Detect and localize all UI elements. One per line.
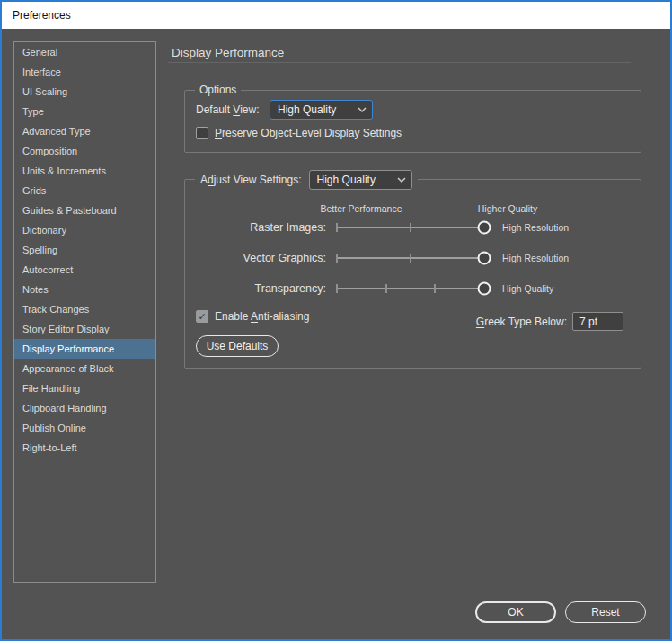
sidebar-item-appearance-of-black[interactable]: Appearance of Black: [14, 359, 155, 378]
main-panel: Display Performance Options Default View…: [158, 31, 670, 639]
adjust-view-settings-label: Adjust View Settings:: [200, 174, 302, 186]
vector-graphics-label: Vector Graphics:: [243, 252, 326, 264]
sidebar-item-file-handling[interactable]: File Handling: [14, 378, 155, 398]
page-title: Display Performance: [172, 46, 284, 59]
slider-knob[interactable]: [478, 221, 491, 235]
reset-button[interactable]: Reset: [565, 601, 646, 623]
sidebar-item-grids[interactable]: Grids: [14, 181, 155, 200]
sidebar-item-advanced-type[interactable]: Advanced Type: [14, 121, 155, 141]
enable-antialiasing-checkbox[interactable]: ✓: [196, 310, 208, 323]
sidebar-item-publish-online[interactable]: Publish Online: [14, 418, 155, 438]
use-defaults-button[interactable]: Use Defaults: [196, 335, 279, 357]
default-view-label: Default View:: [196, 103, 260, 116]
vector-graphics-value: High Resolution: [502, 253, 569, 263]
raster-images-row: Raster Images: High Resolution: [185, 218, 641, 237]
raster-images-label: Raster Images:: [250, 221, 326, 234]
better-performance-column-label: Better Performance: [320, 203, 402, 214]
vector-graphics-slider[interactable]: [337, 248, 484, 268]
raster-images-slider[interactable]: [337, 218, 484, 237]
adjust-view-settings-legend: Adjust View Settings: High Quality: [195, 170, 418, 190]
sidebar-item-composition[interactable]: Composition: [14, 141, 155, 161]
sidebar-item-spelling[interactable]: Spelling: [14, 240, 155, 260]
vector-graphics-row: Vector Graphics: High Resolution: [185, 248, 641, 268]
slider-tick: [336, 254, 338, 263]
sidebar-item-dictionary[interactable]: Dictionary: [14, 220, 155, 240]
preferences-dialog: Preferences GeneralInterfaceUI ScalingTy…: [0, 0, 672, 641]
greek-type-below-input[interactable]: 7 pt: [572, 312, 623, 331]
chevron-down-icon: [358, 107, 367, 113]
enable-antialiasing-row: ✓ Enable Anti-aliasing: [196, 310, 309, 323]
slider-tick: [385, 284, 387, 293]
window-title: Preferences: [13, 9, 71, 22]
transparency-label: Transparency:: [255, 282, 326, 295]
preferences-category-list: GeneralInterfaceUI ScalingTypeAdvanced T…: [13, 41, 156, 583]
titlebar[interactable]: Preferences: [2, 2, 670, 29]
sidebar-item-interface[interactable]: Interface: [14, 62, 155, 82]
transparency-value: High Quality: [502, 283, 553, 294]
raster-images-value: High Resolution: [502, 222, 569, 233]
sidebar-item-right-to-left[interactable]: Right-to-Left: [14, 438, 155, 458]
options-group: Options Default View: High Quality Prese…: [184, 90, 641, 153]
default-view-dropdown[interactable]: High Quality: [270, 100, 373, 120]
sidebar-item-autocorrect[interactable]: Autocorrect: [14, 260, 155, 280]
options-group-legend: Options: [195, 84, 241, 96]
slider-tick: [434, 284, 436, 293]
sidebar-item-story-editor-display[interactable]: Story Editor Display: [14, 319, 155, 339]
default-view-value: High Quality: [278, 103, 336, 116]
title-divider: [168, 62, 631, 63]
sidebar-item-units-increments[interactable]: Units & Increments: [14, 161, 155, 181]
adjust-view-settings-dropdown[interactable]: High Quality: [309, 170, 412, 190]
higher-quality-column-label: Higher Quality: [478, 203, 538, 214]
sidebar-item-clipboard-handling[interactable]: Clipboard Handling: [14, 398, 155, 418]
sidebar-item-ui-scaling[interactable]: UI Scaling: [14, 82, 155, 102]
sidebar-item-general[interactable]: General: [14, 42, 155, 62]
sidebar-item-type[interactable]: Type: [14, 102, 155, 121]
slider-tick: [336, 284, 338, 293]
preserve-display-settings-label: Preserve Object-Level Display Settings: [215, 127, 402, 139]
chevron-down-icon: [397, 177, 406, 183]
sidebar-item-track-changes[interactable]: Track Changes: [14, 299, 155, 319]
greek-type-below-label: Greek Type Below:: [476, 316, 567, 328]
slider-tick: [410, 223, 411, 232]
slider-knob[interactable]: [478, 252, 491, 265]
preserve-display-settings-row: Preserve Object-Level Display Settings: [196, 127, 402, 139]
sidebar-item-notes[interactable]: Notes: [14, 280, 155, 299]
slider-knob[interactable]: [478, 282, 491, 296]
sidebar-item-display-performance[interactable]: Display Performance: [14, 339, 155, 359]
ok-button[interactable]: OK: [475, 601, 556, 623]
slider-tick: [336, 223, 338, 232]
enable-antialiasing-label: Enable Anti-aliasing: [215, 310, 309, 323]
adjust-view-settings-value: High Quality: [317, 174, 376, 186]
transparency-row: Transparency: High Quality: [185, 279, 641, 298]
preserve-display-settings-checkbox[interactable]: [196, 127, 208, 139]
adjust-view-settings-group: Adjust View Settings: High Quality Bette…: [184, 179, 641, 369]
slider-rail: [337, 288, 484, 289]
transparency-slider[interactable]: [337, 279, 484, 298]
sidebar-item-guides-pasteboard[interactable]: Guides & Pasteboard: [14, 200, 155, 220]
slider-tick: [410, 254, 411, 263]
